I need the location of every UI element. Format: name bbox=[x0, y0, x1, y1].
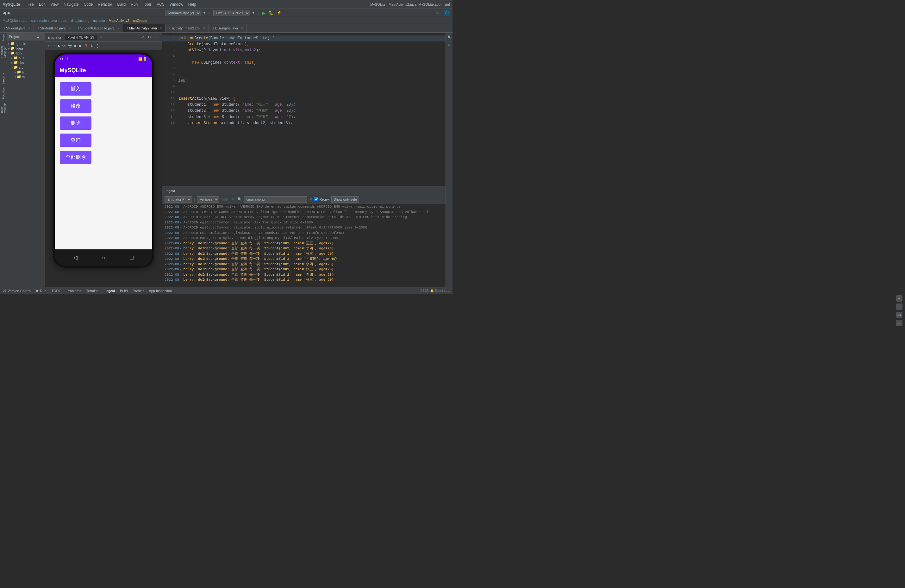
tree-item-gradle[interactable]: ▸ 📁 .gradle bbox=[7, 41, 44, 46]
emu-screenshot-icon[interactable]: 📷 bbox=[67, 44, 72, 48]
phone-btn-modify[interactable]: 修改 bbox=[60, 99, 91, 113]
tab-activity-main2-xml[interactable]: X activity_main2.xml ✕ bbox=[165, 24, 209, 32]
logcat-search-clear-icon[interactable]: ✕ bbox=[309, 197, 312, 202]
tab-studentdatabase[interactable]: J StudentDatabase.java ✕ bbox=[75, 24, 123, 32]
project-minimize-icon[interactable]: − bbox=[41, 35, 43, 39]
tab-close-studentdatabase[interactable]: ✕ bbox=[117, 27, 120, 30]
tree-item-m[interactable]: ▾ 📁 m bbox=[7, 75, 44, 79]
sidebar-project-icon[interactable]: Project bbox=[1, 34, 6, 40]
breadcrumb-src[interactable]: src bbox=[31, 19, 36, 22]
tree-item-build[interactable]: ▸ 📁 buil bbox=[7, 56, 44, 60]
run-config-dropdown-icon[interactable]: ▼ bbox=[203, 11, 206, 14]
navigate-back-icon[interactable]: ◀ bbox=[3, 10, 6, 15]
breadcrumb-java[interactable]: java bbox=[51, 19, 57, 22]
logcat-emulator-select[interactable]: Emulator Pi bbox=[165, 196, 192, 203]
emu-stop-icon[interactable]: ■ bbox=[74, 44, 76, 48]
logcat-regex-checkbox[interactable]: Regex bbox=[314, 197, 329, 201]
emu-forward-icon[interactable]: ↪ bbox=[52, 44, 56, 48]
breadcrumb-mainactivity2[interactable]: MainActivity2 bbox=[109, 19, 129, 22]
emu-location-icon[interactable]: 📍 bbox=[84, 44, 89, 48]
menu-refactor[interactable]: Refactor bbox=[98, 2, 112, 6]
tree-item-app[interactable]: ▾ 📁 app bbox=[7, 51, 44, 56]
menu-tools[interactable]: Tools bbox=[143, 2, 152, 6]
right-icon-search[interactable]: 🔍 bbox=[446, 34, 452, 40]
bottom-terminal[interactable]: Terminal bbox=[86, 289, 99, 293]
right-icon-gear[interactable]: ⚙ bbox=[446, 42, 452, 48]
sidebar-resource-manager-icon[interactable]: Resource Manager bbox=[1, 49, 6, 54]
breadcrumb-dingjiaxiong[interactable]: dingjiaxiong bbox=[71, 19, 89, 22]
emulator-expand-icon[interactable]: ⤢ bbox=[140, 35, 145, 40]
menu-file[interactable]: File bbox=[27, 2, 33, 6]
device-select[interactable]: Pixel 4 XL API 29 bbox=[213, 10, 250, 16]
emu-rotate-icon[interactable]: ↻ bbox=[90, 44, 94, 48]
tab-close-studentdao[interactable]: ✕ bbox=[68, 27, 71, 30]
bottom-profiler[interactable]: Profiler bbox=[133, 289, 144, 293]
emulator-tab-close[interactable]: ✕ bbox=[100, 35, 103, 39]
tree-item-src[interactable]: ▾ 📁 src bbox=[7, 65, 44, 70]
bottom-logcat[interactable]: Logcat bbox=[105, 289, 115, 293]
emulator-tab[interactable]: Pixel 4 XL API 29 bbox=[65, 35, 97, 40]
user-icon[interactable]: Ai bbox=[444, 10, 450, 16]
breadcrumb-mysqite[interactable]: MySQLite bbox=[3, 19, 18, 22]
bottom-run[interactable]: ▶ Run bbox=[37, 289, 46, 293]
phone-btn-query[interactable]: 查询 bbox=[60, 133, 91, 147]
debug-icon[interactable]: 🐛 bbox=[269, 10, 274, 15]
emu-play-icon[interactable]: ▶ bbox=[57, 44, 60, 48]
tree-item-a[interactable]: ▸ 📁 a bbox=[7, 70, 44, 75]
attach-icon[interactable]: ⚡ bbox=[277, 11, 281, 15]
tree-item-idea[interactable]: ▸ 📁 .idea bbox=[7, 46, 44, 51]
tab-close-student[interactable]: ✕ bbox=[28, 27, 30, 30]
tab-close-activity-main2-xml[interactable]: ✕ bbox=[203, 27, 205, 30]
emulator-close-icon[interactable]: ✕ bbox=[154, 35, 159, 40]
tab-studentdao[interactable]: J StudentDao.java ✕ bbox=[34, 24, 74, 32]
sidebar-structure-icon[interactable]: Structure bbox=[1, 76, 6, 82]
bottom-build[interactable]: Build bbox=[120, 289, 127, 293]
phone-btn-delete-all[interactable]: 全部删除 bbox=[60, 151, 91, 164]
breadcrumb-oncreate[interactable]: onCreate bbox=[133, 19, 147, 22]
bottom-todo[interactable]: TODO bbox=[51, 289, 61, 293]
bottom-problems[interactable]: Problems bbox=[67, 289, 81, 293]
logcat-level-select[interactable]: Verbose bbox=[197, 196, 219, 203]
menu-code[interactable]: Code bbox=[84, 2, 93, 6]
emu-record-icon[interactable]: ⏺ bbox=[78, 44, 82, 48]
project-gear-icon[interactable]: ⚙ bbox=[37, 35, 40, 39]
breadcrumb-com[interactable]: com bbox=[61, 19, 67, 22]
logcat-regex-check[interactable] bbox=[314, 197, 318, 201]
phone-home-btn[interactable]: ○ bbox=[102, 254, 106, 261]
emu-more-icon[interactable]: ⋮ bbox=[95, 44, 99, 48]
emulator-settings-icon[interactable]: ⚙ bbox=[146, 35, 152, 40]
menu-build[interactable]: Build bbox=[117, 2, 126, 6]
sidebar-favorites-icon[interactable]: Favorites bbox=[1, 91, 6, 96]
phone-btn-delete[interactable]: 删除 bbox=[60, 116, 91, 130]
breadcrumb-app[interactable]: app bbox=[22, 19, 27, 22]
bottom-app-inspection[interactable]: App Inspection bbox=[149, 289, 172, 293]
menu-window[interactable]: Window bbox=[170, 2, 183, 6]
logcat-show-only-btn[interactable]: Show only sele bbox=[331, 196, 359, 203]
phone-recent-btn[interactable]: □ bbox=[130, 254, 133, 261]
emu-back-icon[interactable]: ↩ bbox=[48, 44, 51, 48]
menu-edit[interactable]: Edit bbox=[39, 2, 46, 6]
tab-close-mainactivity2[interactable]: ✕ bbox=[159, 27, 162, 30]
tab-mainactivity2[interactable]: J MainActivity2.java ✕ bbox=[123, 24, 165, 32]
device-dropdown-icon[interactable]: ▼ bbox=[252, 11, 255, 14]
sidebar-build-variants-icon[interactable]: Build Variants bbox=[1, 105, 6, 111]
logcat-search-input[interactable] bbox=[244, 196, 307, 203]
menu-help[interactable]: Help bbox=[188, 2, 196, 6]
menu-view[interactable]: View bbox=[50, 2, 59, 6]
menu-run[interactable]: Run bbox=[131, 2, 138, 6]
bottom-version-control[interactable]: ⎇ Version Control bbox=[3, 289, 31, 293]
phone-btn-insert[interactable]: 插入 bbox=[60, 82, 91, 95]
settings-icon[interactable]: ⚙ bbox=[436, 10, 440, 15]
tab-student[interactable]: J Student.java ✕ bbox=[0, 24, 34, 32]
breadcrumb-mysqite-pkg[interactable]: mysqite bbox=[93, 19, 105, 22]
tab-close-dbengine[interactable]: ✕ bbox=[240, 27, 243, 30]
breadcrumb-main[interactable]: main bbox=[39, 19, 47, 22]
run-config-select[interactable]: MainActivity2 (2) bbox=[165, 10, 201, 16]
emu-refresh-icon[interactable]: ⟳ bbox=[62, 44, 65, 48]
menu-navigate[interactable]: Navigate bbox=[64, 2, 78, 6]
menu-vcs[interactable]: VCS bbox=[157, 2, 165, 6]
navigate-forward-icon[interactable]: ▶ bbox=[8, 10, 11, 15]
phone-back-btn[interactable]: ◁ bbox=[73, 254, 78, 261]
tab-dbengine[interactable]: J DBEngine.java ✕ bbox=[209, 24, 246, 32]
tree-item-libs[interactable]: ▸ 📁 libs bbox=[7, 60, 44, 65]
